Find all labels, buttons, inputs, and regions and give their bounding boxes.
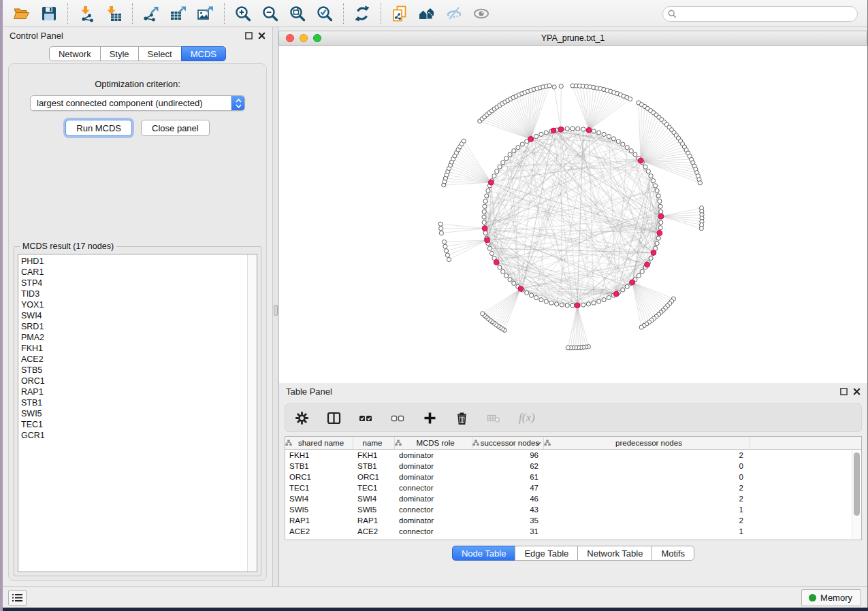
select-all-button[interactable] bbox=[359, 411, 373, 425]
run-mcds-button[interactable]: Run MCDS bbox=[65, 120, 132, 136]
mcds-result-item[interactable]: TID3 bbox=[21, 288, 247, 299]
tab-motifs[interactable]: Motifs bbox=[652, 546, 694, 561]
refresh-layout-button[interactable] bbox=[349, 2, 376, 25]
mcds-result-item[interactable]: SWI5 bbox=[21, 408, 247, 419]
mcds-hub-node bbox=[638, 158, 643, 163]
table-row[interactable]: FKH1FKH1dominator962 bbox=[285, 450, 861, 461]
criterion-dropdown[interactable]: largest connected component (undirected) bbox=[30, 95, 245, 111]
export-table-button[interactable] bbox=[165, 2, 192, 25]
splitter-grip[interactable] bbox=[274, 305, 278, 316]
save-session-icon bbox=[40, 5, 58, 22]
delete-column-icon bbox=[487, 411, 501, 425]
zoom-out-button[interactable] bbox=[257, 2, 284, 25]
table-row[interactable]: YOX1YOX1connector291 bbox=[285, 537, 861, 540]
control-panel-tabs: NetworkStyleSelectMCDS bbox=[49, 46, 226, 61]
search-input[interactable] bbox=[679, 8, 857, 20]
mcds-result-item[interactable]: SWI4 bbox=[21, 310, 247, 321]
mcds-result-item[interactable]: RAP1 bbox=[21, 386, 247, 397]
import-network-button[interactable] bbox=[73, 2, 100, 25]
control-panel-title: Control Panel bbox=[10, 31, 245, 41]
mcds-hub-node bbox=[575, 303, 580, 308]
column-header-shared-name[interactable]: shared name bbox=[285, 437, 353, 449]
mcds-result-item[interactable]: SRD1 bbox=[21, 321, 247, 332]
delete-row-button[interactable] bbox=[455, 411, 469, 425]
close-panel-icon[interactable] bbox=[853, 388, 861, 395]
table-scrollbar-thumb[interactable] bbox=[854, 452, 860, 516]
column-header-predecessor-nodes[interactable]: predecessor nodes bbox=[544, 437, 750, 449]
mcds-result-item[interactable]: TEC1 bbox=[21, 419, 247, 430]
table-scrollbar[interactable] bbox=[852, 450, 861, 539]
columns-button[interactable] bbox=[327, 411, 341, 425]
tab-edge-table[interactable]: Edge Table bbox=[515, 546, 578, 561]
delete-row-icon bbox=[455, 411, 469, 425]
first-neighbors-button[interactable] bbox=[413, 2, 440, 25]
table-row[interactable]: SWI5SWI5connector431 bbox=[285, 504, 861, 515]
table-row[interactable]: TEC1TEC1connector472 bbox=[285, 482, 861, 493]
copy-network-button[interactable] bbox=[386, 2, 413, 25]
import-table-button[interactable] bbox=[100, 2, 127, 25]
open-file-button[interactable] bbox=[8, 2, 35, 25]
mcds-result-item[interactable]: GCR1 bbox=[21, 430, 247, 441]
mcds-result-item[interactable]: PMA2 bbox=[21, 332, 247, 343]
list-scrollbar[interactable] bbox=[247, 254, 257, 572]
mcds-result-item[interactable]: CAR1 bbox=[21, 267, 247, 278]
column-header-name[interactable]: name bbox=[353, 437, 395, 449]
float-panel-icon[interactable] bbox=[840, 388, 848, 395]
network-graph[interactable] bbox=[279, 46, 867, 382]
mcds-result-item[interactable]: ACE2 bbox=[21, 354, 247, 365]
select-all-icon bbox=[359, 411, 373, 425]
task-history-button[interactable] bbox=[8, 590, 27, 606]
tab-node-table[interactable]: Node Table bbox=[452, 546, 516, 561]
table-row[interactable]: ORC1ORC1dominator610 bbox=[285, 472, 861, 482]
export-network-button[interactable] bbox=[138, 2, 165, 25]
zoom-in-button[interactable] bbox=[229, 2, 257, 25]
tab-network-table[interactable]: Network Table bbox=[577, 546, 652, 561]
export-image-button[interactable] bbox=[192, 2, 219, 25]
hide-selected-button[interactable] bbox=[440, 2, 468, 25]
memory-button[interactable]: Memory bbox=[801, 589, 861, 606]
column-header-MCDS-role[interactable]: MCDS role bbox=[395, 437, 472, 449]
toolbar-separator bbox=[132, 3, 133, 24]
mcds-result-list[interactable]: PHD1CAR1STP4TID3YOX1SWI4SRD1PMA2FKH1ACE2… bbox=[18, 254, 257, 572]
table-row[interactable]: RAP1RAP1dominator352 bbox=[285, 515, 861, 526]
zoom-fit-button[interactable] bbox=[284, 2, 311, 25]
function-builder-button[interactable]: f(x) bbox=[519, 411, 535, 425]
mcds-result-item[interactable]: STB1 bbox=[21, 397, 247, 408]
toolbar-separator bbox=[67, 3, 68, 24]
table-row[interactable]: ACE2ACE2connector311 bbox=[285, 526, 861, 537]
mcds-result-item[interactable]: STB5 bbox=[21, 365, 247, 376]
close-panel-icon[interactable] bbox=[258, 32, 266, 39]
tab-style[interactable]: Style bbox=[100, 46, 139, 61]
table-row[interactable]: SWI4SWI4dominator462 bbox=[285, 493, 861, 504]
float-panel-icon[interactable] bbox=[245, 32, 253, 39]
zoom-selected-button[interactable] bbox=[311, 2, 338, 25]
show-all-button[interactable] bbox=[468, 2, 495, 25]
mcds-result-item[interactable]: STP4 bbox=[21, 278, 247, 288]
close-panel-button[interactable]: Close panel bbox=[141, 120, 210, 136]
table-row[interactable]: STB1STB1dominator620 bbox=[285, 461, 861, 472]
tab-network[interactable]: Network bbox=[49, 46, 101, 61]
search-box[interactable] bbox=[662, 6, 858, 22]
panel-splitter[interactable] bbox=[272, 27, 278, 587]
add-row-button[interactable] bbox=[423, 411, 437, 425]
save-session-button[interactable] bbox=[35, 2, 63, 25]
deselect-all-button[interactable] bbox=[391, 411, 405, 425]
mcds-result-item[interactable]: ORC1 bbox=[21, 376, 247, 386]
network-window-titlebar[interactable]: YPA_prune.txt_1 bbox=[278, 31, 867, 46]
network-canvas[interactable] bbox=[278, 46, 867, 383]
delete-column-button[interactable] bbox=[487, 411, 501, 425]
tab-mcds[interactable]: MCDS bbox=[181, 46, 226, 61]
memory-label: Memory bbox=[820, 593, 852, 603]
mcds-hub-node bbox=[485, 237, 490, 243]
export-image-icon bbox=[197, 5, 214, 22]
shared-column-icon bbox=[285, 440, 292, 446]
column-header-successor-nodes[interactable]: successor nodes bbox=[472, 437, 544, 449]
settings-button[interactable] bbox=[295, 411, 309, 425]
tab-select[interactable]: Select bbox=[138, 46, 182, 61]
zoom-selected-icon bbox=[316, 5, 334, 22]
mcds-result-item[interactable]: YOX1 bbox=[21, 299, 247, 310]
application-window: Control Panel NetworkStyleSelectMCDS Opt… bbox=[3, 0, 868, 608]
mcds-result-item[interactable]: FKH1 bbox=[21, 343, 247, 354]
mcds-result-item[interactable]: PHD1 bbox=[21, 256, 247, 267]
optimization-criterion-label: Optimization criterion: bbox=[9, 79, 266, 89]
